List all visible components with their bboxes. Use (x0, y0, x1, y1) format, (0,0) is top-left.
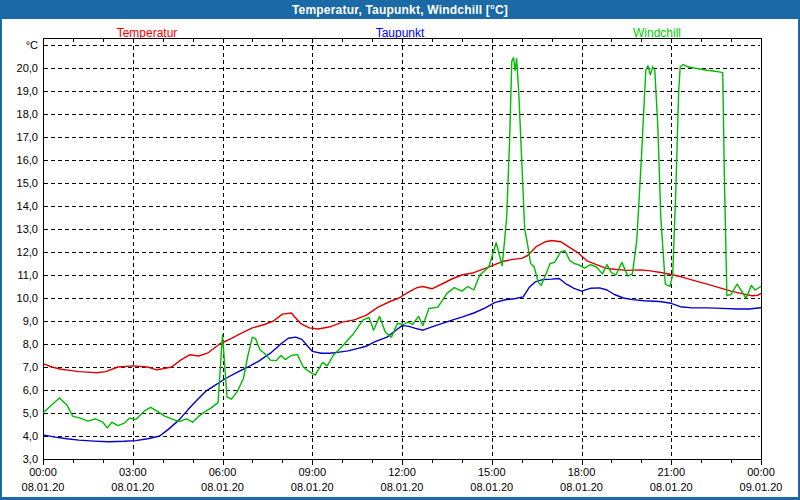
x-tick-time-label: 09:00 (280, 466, 344, 479)
plot-area[interactable]: °C20,019,018,017,016,015,014,013,012,011… (2, 0, 800, 500)
y-tick-label: 19,0 (4, 85, 38, 97)
x-tick-date-label: 09.01.20 (729, 481, 793, 494)
x-tick-time-label: 21:00 (639, 466, 703, 479)
y-tick-label: 14,0 (4, 200, 38, 212)
y-tick-label: 12,0 (4, 246, 38, 258)
x-tick-date-label: 08.01.20 (191, 481, 255, 494)
y-tick-label: 7,0 (4, 361, 38, 373)
x-tick-date-label: 08.01.20 (11, 481, 75, 494)
y-tick-label: 6,0 (4, 384, 38, 396)
y-tick-label: 3,0 (4, 453, 38, 465)
chart-canvas (2, 0, 800, 500)
x-tick-date-label: 08.01.20 (550, 481, 614, 494)
y-tick-label: 8,0 (4, 338, 38, 350)
x-tick-date-label: 08.01.20 (370, 481, 434, 494)
x-tick-date-label: 08.01.20 (280, 481, 344, 494)
x-tick-time-label: 18:00 (550, 466, 614, 479)
y-tick-label: 5,0 (4, 407, 38, 419)
x-tick-time-label: 03:00 (101, 466, 165, 479)
x-tick-time-label: 00:00 (11, 466, 75, 479)
y-tick-label: 15,0 (4, 177, 38, 189)
x-tick-time-label: 12:00 (370, 466, 434, 479)
y-tick-label: 11,0 (4, 269, 38, 281)
chart-window: Temperatur, Taupunkt, Windchill [°C] Tem… (0, 0, 800, 500)
y-tick-label: 18,0 (4, 108, 38, 120)
x-tick-date-label: 08.01.20 (101, 481, 165, 494)
y-tick-label: 10,0 (4, 292, 38, 304)
y-tick-label: °C (4, 39, 38, 51)
x-tick-time-label: 15:00 (460, 466, 524, 479)
y-tick-label: 9,0 (4, 315, 38, 327)
y-tick-label: 16,0 (4, 154, 38, 166)
y-tick-label: 13,0 (4, 223, 38, 235)
x-tick-time-label: 00:00 (729, 466, 793, 479)
x-tick-date-label: 08.01.20 (460, 481, 524, 494)
y-tick-label: 17,0 (4, 131, 38, 143)
x-tick-time-label: 06:00 (191, 466, 255, 479)
y-tick-label: 4,0 (4, 430, 38, 442)
y-tick-label: 20,0 (4, 62, 38, 74)
x-tick-date-label: 08.01.20 (639, 481, 703, 494)
